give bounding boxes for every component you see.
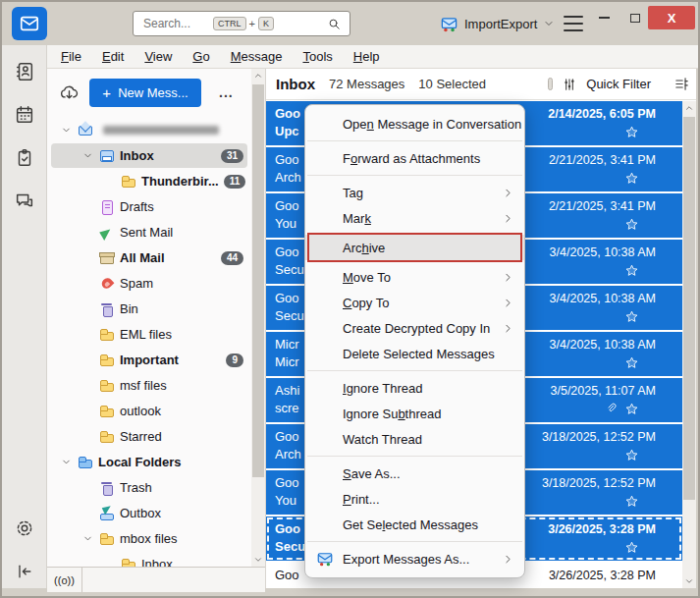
chevron-down-icon[interactable] [61,125,72,136]
menubar-item[interactable]: Go [192,49,209,64]
context-menu-item[interactable] [307,541,522,542]
scroll-down-icon[interactable] [682,574,696,588]
context-menu-item[interactable]: Export Messages As... [305,546,524,571]
context-menu-item[interactable]: Forward as Attachments [305,145,524,171]
context-menu-item[interactable] [307,456,522,457]
quick-filter-label[interactable]: Quick Filter [586,77,651,91]
menubar-item[interactable]: Help [353,49,380,64]
folder-icon [121,174,136,190]
collapse-rail-icon[interactable] [10,557,39,586]
address-book-icon[interactable] [10,57,39,86]
folder-row[interactable]: Inbox 31 [51,143,247,168]
folder-pane-scrollbar[interactable] [251,69,265,567]
global-search[interactable]: CTRL + K [133,11,350,36]
context-menu-item[interactable]: Open Message in Conversation [305,111,524,136]
profile-menu-button[interactable]: ImportExport [440,12,555,35]
star-icon[interactable] [624,309,639,324]
menubar-item[interactable]: Edit [102,49,124,64]
folder-row[interactable]: Spam [51,271,247,296]
menubar-item[interactable]: Tools [302,49,332,64]
star-icon[interactable] [624,494,639,509]
folder-row[interactable]: Trash [51,475,247,500]
message-subject: Arch [275,170,301,185]
calendar-icon[interactable] [10,100,39,130]
star-icon[interactable] [624,125,639,139]
context-menu-item[interactable] [307,370,522,371]
star-icon[interactable] [624,448,639,462]
star-icon[interactable] [624,171,639,186]
menubar-item[interactable]: View [144,49,172,64]
folder-row[interactable]: Local Folders [51,450,247,474]
folder-row[interactable]: Starred [51,424,247,449]
context-menu-item[interactable]: Archive [305,235,524,260]
chevron-down-icon[interactable] [82,150,93,161]
folder-row[interactable] [51,118,247,142]
folder-row[interactable]: Important 9 [51,348,247,372]
menubar-item[interactable]: Message [231,49,283,64]
folder-name: msf files [120,378,167,393]
scroll-down-icon[interactable] [251,553,265,567]
message-count: 72 Messages [329,77,404,91]
message-sender: Goo [275,198,299,213]
chevron-down-icon[interactable] [61,457,72,467]
tasks-icon[interactable] [10,143,39,173]
context-menu-item[interactable]: Ignore Subthread [305,401,524,426]
get-messages-icon[interactable] [59,82,80,103]
star-icon[interactable] [624,540,639,555]
context-menu-item[interactable]: Save As... [305,461,524,486]
context-menu-item[interactable]: Ignore Thread [305,375,524,401]
search-input[interactable] [141,16,210,31]
context-menu-item[interactable]: Create Decrypted Copy In [305,315,524,341]
quick-filter-icon[interactable] [562,77,577,92]
scroll-up-icon[interactable] [251,69,265,82]
chat-icon[interactable] [10,187,39,216]
folder-row[interactable]: EML files [51,322,247,347]
chevron-down-icon[interactable] [82,533,93,544]
context-menu-item[interactable]: Tag [305,180,524,205]
folder-row[interactable]: Outbox [51,501,247,525]
message-list-scrollbar[interactable] [682,101,696,588]
folder-row[interactable]: msf files [51,373,247,398]
display-options-icon[interactable] [673,76,690,92]
context-menu-item[interactable]: Get Selected Messages [305,512,524,537]
star-icon[interactable] [624,263,639,278]
context-menu-item[interactable]: Mark [305,205,524,231]
context-menu-item[interactable]: Print... [305,486,524,512]
menubar-item[interactable]: File [61,49,81,64]
star-icon[interactable] [624,402,639,416]
settings-gear-icon[interactable] [10,514,39,543]
folder-pane-options-icon[interactable]: ... [219,84,234,100]
context-menu-item[interactable]: Delete Selected Messages [305,341,524,366]
offline-status-icon[interactable]: ((o)) [47,568,82,592]
folder-row[interactable]: mbox files [51,526,247,551]
folder-row[interactable]: Sent Mail [51,220,247,245]
maximize-button[interactable] [620,6,650,29]
star-icon[interactable] [624,355,639,370]
importexport-profile-icon [440,15,458,33]
star-icon[interactable] [624,217,639,232]
folder-row[interactable]: outlook [51,399,247,423]
folder-icon [121,557,136,568]
scrollbar-thumb[interactable] [252,84,264,477]
profile-name: ImportExport [464,17,537,31]
context-menu-item[interactable] [307,140,522,141]
context-menu-item[interactable]: Move To [305,264,524,290]
new-message-button[interactable]: + New Mess... [89,79,201,107]
folder-row[interactable]: Bin [51,297,247,321]
folder-row[interactable]: Inbox [51,552,247,567]
folder-row[interactable]: Drafts [51,194,247,219]
app-menu-button[interactable] [564,16,583,31]
close-button[interactable]: X [648,6,695,29]
scroll-up-icon[interactable] [682,101,696,115]
folder-row[interactable]: Thunderbir... 11 [51,169,247,193]
context-menu-item[interactable]: Copy To [305,290,524,315]
scrollbar-thumb[interactable] [683,117,695,500]
message-date: 3/4/2025, 10:38 AM [550,292,656,305]
context-menu-item[interactable]: Watch Thread [305,426,524,452]
context-menu-item[interactable] [307,175,522,176]
folder-row[interactable]: All Mail 44 [51,245,247,270]
account-name-blurred [103,126,219,135]
folder-icon [99,301,115,317]
minimize-button[interactable] [589,6,619,29]
message-sender: Goo [275,521,300,536]
